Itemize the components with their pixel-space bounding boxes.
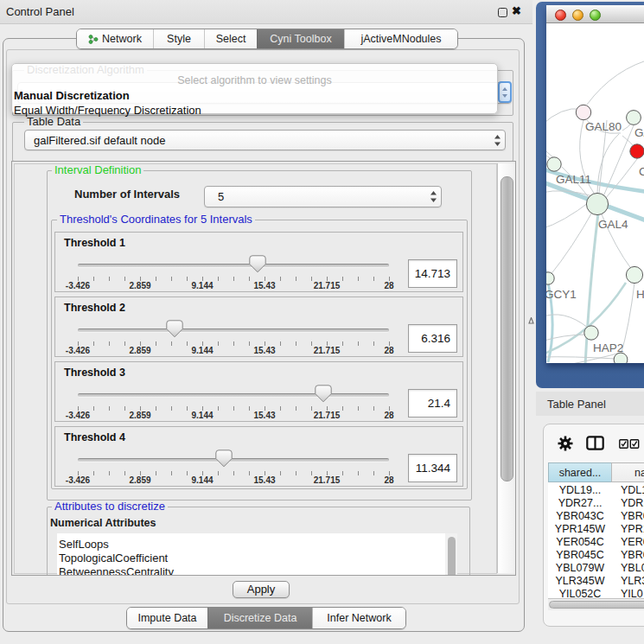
column-header-name[interactable]: name <box>611 462 644 482</box>
number-of-intervals-combobox[interactable]: 5 <box>204 186 442 207</box>
list-item[interactable]: BetweennessCentrality <box>57 565 457 576</box>
tab-label: Discretize Data <box>224 612 297 624</box>
threshold-value-field[interactable]: 14.713 <box>408 259 457 288</box>
table-hscrollbar-track[interactable] <box>548 598 644 610</box>
dropdown-option-equal-width[interactable]: Equal Width/Frequency Discretization <box>12 103 497 118</box>
tab-style[interactable]: Style <box>153 29 204 48</box>
split-view-icon[interactable] <box>586 436 604 450</box>
tab-impute-data[interactable]: Impute Data <box>127 608 207 628</box>
list-item[interactable]: SelfLoops <box>57 538 457 552</box>
network-node[interactable] <box>630 144 644 158</box>
slider-tick-label: -3.426 <box>66 475 90 485</box>
algorithm-combobox-stepper[interactable] <box>498 81 512 103</box>
network-node-label: GCY1 <box>546 288 577 301</box>
slider-tick <box>109 341 110 346</box>
network-node[interactable] <box>584 326 598 340</box>
table-hscrollbar-thumb[interactable] <box>549 601 644 609</box>
slider-track[interactable] <box>78 393 389 398</box>
table-row[interactable]: YDL19...YDL1 <box>548 484 644 497</box>
close-traffic-light-icon[interactable] <box>555 10 566 21</box>
tab-jactivemnodules[interactable]: jActiveMNodules <box>344 29 457 48</box>
close-icon[interactable]: ✖ <box>512 4 521 17</box>
divider-collapse-icon[interactable] <box>528 317 534 324</box>
interval-definition-group-label: Interval Definition <box>52 164 143 176</box>
network-window-frame[interactable]: GAL80GAL3CYCGAL11GAL4GCY1HISHAP2 <box>536 2 644 388</box>
slider-tick <box>93 341 94 346</box>
tab-network[interactable]: Network <box>77 29 153 48</box>
threshold-value-field[interactable]: 21.4 <box>408 389 457 418</box>
network-edge <box>605 159 637 199</box>
control-panel-titlebar: Control Panel <box>0 0 532 24</box>
network-canvas[interactable]: GAL80GAL3CYCGAL11GAL4GCY1HISHAP2 <box>546 23 644 363</box>
tab-discretize-data[interactable]: Discretize Data <box>207 608 312 628</box>
table-row[interactable]: YBR045CYBR0 <box>548 549 644 562</box>
tab-label: Network <box>102 33 142 45</box>
table-row[interactable]: YLR345WYLR3 <box>548 575 644 588</box>
table-row[interactable]: YBR043CYBR0 <box>548 510 644 523</box>
network-node[interactable] <box>576 105 590 119</box>
network-node[interactable] <box>547 157 561 171</box>
list-scrollbar-thumb[interactable] <box>448 537 456 576</box>
node-table[interactable]: YDL19...YDL1YDR27...YDR2YBR043CYBR0YPR14… <box>548 482 644 598</box>
tab-cyni-toolbox[interactable]: Cyni Toolbox <box>257 29 344 48</box>
gear-icon[interactable] <box>558 436 573 451</box>
slider-thumb[interactable] <box>315 385 332 403</box>
slider-tick <box>233 341 234 346</box>
slider-tick-label: 2.859 <box>129 475 150 485</box>
table-row[interactable]: YBL079WYBL0 <box>548 562 644 575</box>
slider-tick <box>187 471 188 475</box>
slider-tick <box>280 341 281 346</box>
network-node[interactable] <box>546 272 554 284</box>
slider-tick-label: 15.43 <box>253 411 275 420</box>
checkbox-icons[interactable] <box>619 439 640 450</box>
table-row[interactable]: YER054CYER0 <box>548 536 644 549</box>
network-node[interactable] <box>626 266 642 283</box>
cell-name: YBL0 <box>621 562 644 574</box>
table-row[interactable]: YIL052CYIL0 <box>548 588 644 598</box>
slider-track[interactable] <box>78 264 389 268</box>
table-row[interactable]: YDR27...YDR2 <box>548 497 644 510</box>
slider-tick <box>156 341 156 346</box>
scrollpane-scrollbar-track[interactable] <box>497 163 515 573</box>
list-scrollbar-track[interactable] <box>445 533 457 576</box>
zoom-traffic-light-icon[interactable] <box>590 10 601 21</box>
slider-tick <box>93 406 94 411</box>
threshold-value-field[interactable]: 6.316 <box>408 324 457 353</box>
slider-tick <box>93 277 94 281</box>
slider-thumb[interactable] <box>166 320 183 338</box>
slider-tick <box>358 341 359 346</box>
apply-button[interactable]: Apply <box>233 581 290 598</box>
slider-tick <box>280 406 281 411</box>
slider-tick <box>233 471 234 475</box>
slider-thumb[interactable] <box>249 255 266 273</box>
network-node[interactable] <box>627 111 641 125</box>
tab-infer-network[interactable]: Infer Network <box>312 608 405 628</box>
dropdown-option-manual[interactable]: Manual Discretization <box>12 88 497 103</box>
slider-track[interactable] <box>78 328 389 333</box>
slider-tick <box>187 406 188 411</box>
slider-track[interactable] <box>78 458 389 462</box>
slider-tick <box>156 471 156 475</box>
minimize-traffic-light-icon[interactable] <box>572 10 583 21</box>
tab-select[interactable]: Select <box>204 29 257 48</box>
tab-label: jActiveMNodules <box>360 33 441 45</box>
slider-tick <box>187 341 188 346</box>
column-header-shared-name[interactable]: shared... <box>548 462 612 482</box>
float-window-icon[interactable] <box>498 8 507 17</box>
dropdown-placeholder-item[interactable]: Select algorithm to view settings <box>12 74 497 88</box>
tab-label: Style <box>167 33 191 45</box>
threshold-value-field[interactable]: 11.344 <box>408 454 457 482</box>
scrollpane-scrollbar-thumb[interactable] <box>501 176 513 481</box>
network-node[interactable] <box>586 193 608 214</box>
tab-label: Infer Network <box>327 612 391 624</box>
cell-name: YER0 <box>621 536 644 548</box>
slider-thumb[interactable] <box>215 450 233 468</box>
table-data-combobox[interactable]: galFiltered.sif default node <box>24 130 506 150</box>
slider-tick <box>124 277 125 281</box>
table-row[interactable]: YPR145WYPR1 <box>548 523 644 536</box>
slider-tick-label: 9.144 <box>191 346 213 355</box>
list-item[interactable]: TopologicalCoefficient <box>57 552 457 565</box>
algorithm-dropdown-popup: Select algorithm to view settings Manual… <box>11 63 498 114</box>
network-node-label: GAL4 <box>598 218 628 231</box>
numerical-attributes-list[interactable]: SelfLoopsTopologicalCoefficientBetweenne… <box>57 533 457 576</box>
